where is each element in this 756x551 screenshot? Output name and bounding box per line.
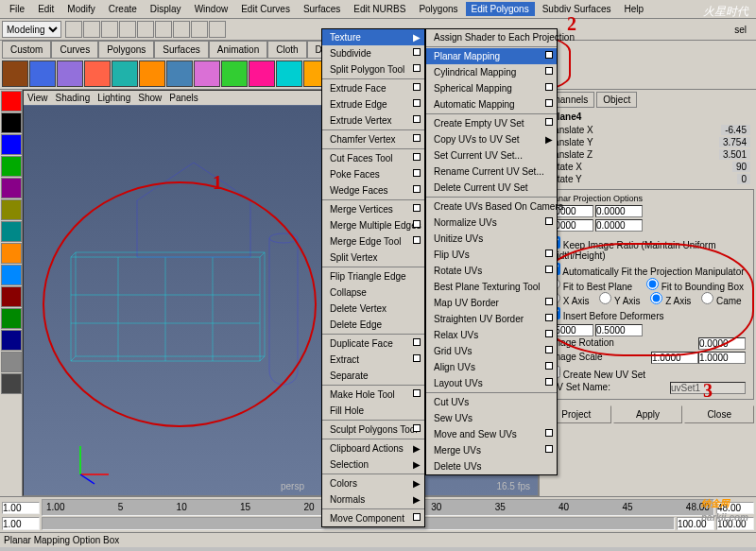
val2[interactable]	[595, 324, 643, 336]
shelf-icon[interactable]	[29, 60, 56, 87]
tool-icon[interactable]	[1, 265, 22, 285]
menu-item[interactable]: Automatic Mapping	[426, 96, 557, 114]
toolbar-icon[interactable]	[119, 21, 136, 38]
toolbar-icon[interactable]	[65, 21, 82, 38]
menu-item[interactable]: Spherical Mapping	[426, 80, 557, 96]
shelf-icon[interactable]	[276, 60, 302, 87]
shelf-tab-cloth[interactable]: Cloth	[267, 41, 306, 59]
menu-item[interactable]: Layout UVs	[426, 375, 557, 393]
close-button[interactable]: Close	[684, 405, 754, 423]
menu-item[interactable]: Extrude Vertex	[322, 112, 424, 130]
menu-item[interactable]: Map UV Border	[426, 295, 557, 311]
scale1[interactable]	[651, 352, 698, 364]
menu-surfaces[interactable]: Surfaces	[298, 2, 346, 16]
menu-item[interactable]: Merge Multiple Edges	[322, 217, 424, 233]
menu-item[interactable]: Rotate UVs	[426, 263, 557, 279]
vp-menu-lighting[interactable]: Lighting	[97, 93, 130, 103]
menu-item[interactable]: Make Hole Tool	[322, 387, 424, 403]
toolbar-icon[interactable]	[137, 21, 154, 38]
shelf-icon[interactable]	[84, 60, 111, 87]
vp-menu-shading[interactable]: Shading	[56, 93, 91, 103]
menu-item[interactable]: Normals▶	[322, 491, 424, 509]
menu-item[interactable]: Copy UVs to UV Set▶	[426, 131, 557, 147]
menu-item[interactable]: Assign Shader to Each Projection	[426, 29, 557, 47]
shelf-tab-animation[interactable]: Animation	[209, 41, 267, 59]
menu-item[interactable]: Move Component	[322, 510, 424, 526]
tool-icon[interactable]	[1, 199, 22, 220]
menu-item[interactable]: Unitize UVs	[426, 231, 557, 247]
menu-item[interactable]: Merge UVs	[426, 442, 557, 458]
insert-check[interactable]: Insert Before Deformers	[546, 306, 749, 322]
menu-item[interactable]: Cylindrical Mapping	[426, 64, 557, 80]
menu-item[interactable]: Sculpt Polygons Tool	[322, 422, 424, 439]
menu-item[interactable]: Selection▶	[322, 456, 424, 474]
tool-icon[interactable]	[1, 373, 22, 394]
menu-item[interactable]: Straighten UV Border	[426, 311, 557, 327]
menu-file[interactable]: File	[4, 2, 30, 16]
menu-item[interactable]: Cut Faces Tool	[322, 150, 424, 166]
menu-edit-curves[interactable]: Edit Curves	[235, 2, 296, 16]
tool-icon[interactable]	[1, 156, 22, 177]
object-tab[interactable]: Object	[596, 92, 637, 108]
menu-item[interactable]: Move and Sew UVs	[426, 426, 557, 442]
apply-button[interactable]: Apply	[613, 405, 683, 423]
menu-create[interactable]: Create	[103, 2, 143, 16]
menu-item[interactable]: Flip Triangle Edge	[322, 268, 424, 284]
menu-polygons[interactable]: Polygons	[413, 2, 463, 16]
tool-icon[interactable]	[1, 112, 22, 133]
scale2[interactable]	[698, 352, 746, 364]
create-uv-check[interactable]: Create New UV Set	[546, 365, 749, 381]
menu-display[interactable]: Display	[145, 2, 187, 16]
menu-item[interactable]: Collapse	[322, 284, 424, 301]
menu-item[interactable]: Split Vertex	[322, 250, 424, 267]
auto-fit-check[interactable]: Automatically Fit the Projection Manipul…	[546, 262, 749, 278]
menu-item[interactable]: Create UVs Based On Camera	[426, 198, 557, 215]
menu-item[interactable]: Create Empty UV Set	[426, 115, 557, 131]
shelf-icon[interactable]	[57, 60, 83, 87]
shelf-tab-polygons[interactable]: Polygons	[98, 41, 154, 59]
menu-item[interactable]: Clipboard Actions▶	[322, 440, 424, 456]
menu-item[interactable]: Fill Hole	[322, 403, 424, 421]
tool-icon[interactable]	[1, 91, 22, 112]
menu-item[interactable]: Poke Faces	[322, 166, 424, 182]
z-axis-radio[interactable]: Z Axis	[648, 295, 693, 307]
menu-item[interactable]: Chamfer Vertex	[322, 131, 424, 149]
keep-ratio-check[interactable]: Keep Image Ratio (Maintain Uniform Width…	[546, 235, 749, 262]
menu-item[interactable]: Subdivide	[322, 45, 424, 61]
tool-icon[interactable]	[1, 286, 22, 307]
menu-item[interactable]: Delete Vertex	[322, 301, 424, 317]
toolbar-icon[interactable]	[83, 21, 100, 38]
field[interactable]	[595, 219, 643, 232]
shelf-icon[interactable]	[139, 60, 165, 87]
tool-icon[interactable]	[1, 330, 22, 351]
menu-item[interactable]: Planar Mapping	[426, 48, 557, 64]
toolbar-icon[interactable]	[173, 21, 190, 38]
shelf-icon[interactable]	[194, 60, 220, 87]
shelf-tab-surfaces[interactable]: Surfaces	[154, 41, 208, 59]
menu-item[interactable]: Separate	[322, 368, 424, 386]
y-axis-radio[interactable]: Y Axis	[597, 295, 642, 307]
menu-edit-polygons[interactable]: Edit Polygons	[466, 2, 535, 16]
vp-menu-view[interactable]: View	[27, 93, 48, 103]
toolbar-icon[interactable]	[101, 21, 118, 38]
menu-item[interactable]: Colors▶	[322, 475, 424, 491]
mode-select[interactable]: Modeling	[2, 21, 61, 38]
menu-item[interactable]: Extrude Face	[322, 80, 424, 96]
range-start[interactable]	[2, 517, 40, 530]
menu-item[interactable]: Merge Edge Tool	[322, 233, 424, 250]
menu-item[interactable]: Duplicate Face	[322, 336, 424, 352]
toolbar-icon[interactable]	[191, 21, 208, 38]
shelf-icon[interactable]	[2, 60, 28, 87]
menu-item[interactable]: Normalize UVs	[426, 215, 557, 231]
tool-icon[interactable]	[1, 308, 22, 329]
menu-modify[interactable]: Modify	[61, 2, 100, 16]
menu-item[interactable]: Wedge Faces	[322, 182, 424, 200]
tool-icon[interactable]	[1, 243, 22, 264]
vp-menu-show[interactable]: Show	[138, 93, 162, 103]
menu-item[interactable]: Delete Edge	[322, 317, 424, 335]
tool-icon[interactable]	[1, 178, 22, 198]
menu-help[interactable]: Help	[619, 2, 650, 16]
shelf-tab-custom[interactable]: Custom	[2, 41, 51, 59]
shelf-icon[interactable]	[166, 60, 193, 87]
menu-item[interactable]: Rename Current UV Set...	[426, 164, 557, 180]
